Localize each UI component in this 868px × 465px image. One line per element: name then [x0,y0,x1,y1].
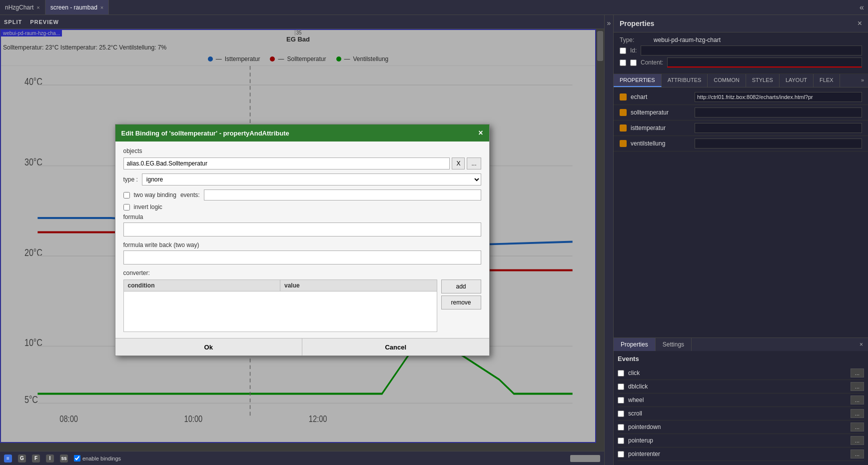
event-scroll-label: scroll [628,410,847,417]
event-dblclick-label: dblclick [628,383,847,390]
type-meta-value: webui-pd-raum-hzg-chart [654,36,721,44]
event-click[interactable]: click ... [618,366,864,380]
id-input[interactable] [641,46,862,56]
right-panel-close[interactable]: × [858,19,862,28]
tab-hzgchart-label: nHzgChart [5,4,33,11]
preview-button[interactable]: PREVIEW [30,19,59,25]
events-label: events: [180,192,200,198]
tab-common[interactable]: COMMON [708,74,746,87]
converter-add-btn[interactable]: add [441,280,481,294]
event-pointerenter[interactable]: pointerenter ... [618,448,864,461]
event-pointerenter-checkbox[interactable] [618,451,624,458]
id-checkbox[interactable] [620,48,626,54]
dialog-close-btn[interactable]: × [478,128,483,138]
prop-color-solltemperatur [620,109,627,116]
tab-raumbad-close[interactable]: × [100,4,103,10]
tab-raumbad[interactable]: screen - raumbad × [45,0,109,14]
event-pointerenter-label: pointerenter [628,450,847,458]
tab-hzgchart[interactable]: nHzgChart × [0,0,45,14]
status-icon-i[interactable]: I [46,454,54,462]
status-icon-blue[interactable]: ≡ [4,454,12,462]
objects-input[interactable] [123,158,450,170]
prop-value-echart[interactable] [695,92,862,102]
props-list: echart solltemperatur isttemperatur vent… [614,88,868,338]
invert-logic-checkbox[interactable] [123,204,130,210]
event-dblclick-btn[interactable]: ... [851,382,864,391]
prop-name-echart: echart [631,94,691,100]
tab-layout[interactable]: LAYOUT [780,74,814,87]
prop-item-echart[interactable]: echart [614,90,868,105]
event-pointerup-btn[interactable]: ... [851,436,864,445]
bottom-tab-settings[interactable]: Settings [656,338,692,351]
event-scroll-btn[interactable]: ... [851,409,864,418]
prop-item-solltemperatur[interactable]: solltemperatur [614,105,868,120]
split-button[interactable]: SPLIT [4,19,22,25]
enable-bindings-label: enable bindings [82,456,121,462]
two-way-label: two way binding [134,192,176,198]
events-title: Events [618,355,864,362]
objects-dots-btn[interactable]: ... [467,158,481,170]
status-icon-ss[interactable]: ss [60,454,68,462]
content-checkbox1[interactable] [620,60,626,66]
event-click-btn[interactable]: ... [851,368,864,378]
converter-col-value: value [280,280,437,291]
event-dblclick[interactable]: dblclick ... [618,380,864,394]
type-meta-label: Type: [620,36,650,44]
tab-strip-collapse[interactable]: « [856,0,868,15]
events-input[interactable] [204,190,481,200]
tab-properties[interactable]: PROPERTIES [614,74,662,87]
event-scroll-checkbox[interactable] [618,410,624,417]
enable-bindings-row[interactable]: enable bindings [74,455,121,462]
ok-button[interactable]: Ok [115,338,303,356]
prop-item-isttemperatur[interactable]: isttemperatur [614,120,868,136]
props-tabs-overflow[interactable]: » [857,74,868,87]
event-wheel-checkbox[interactable] [618,397,624,404]
prop-name-ventilstellung: ventilstellung [631,140,691,147]
event-pointerup-checkbox[interactable] [618,438,624,444]
converter-remove-btn[interactable]: remove [441,296,481,310]
status-icon-f[interactable]: F [32,454,40,462]
converter-col-condition: condition [124,280,281,291]
event-click-label: click [628,370,847,376]
formula-label: formula [123,214,481,220]
tab-styles[interactable]: STYLES [746,74,780,87]
dialog-title: Edit Binding of 'solltemperatur' - prope… [121,130,289,137]
edit-binding-dialog: Edit Binding of 'solltemperatur' - prope… [115,124,490,356]
content-meta-label: Content: [620,59,663,66]
prop-value-solltemperatur[interactable] [695,108,862,118]
status-progress [570,455,600,462]
prop-item-ventilstellung[interactable]: ventilstellung [614,136,868,152]
dialog-header: Edit Binding of 'solltemperatur' - prope… [115,124,489,142]
right-panel-collapse[interactable]: » [604,15,613,465]
prop-value-isttemperatur[interactable] [695,123,862,133]
event-pointerdown-btn[interactable]: ... [851,422,864,432]
two-way-checkbox[interactable] [123,192,130,198]
bottom-panel-close[interactable]: × [855,338,868,351]
prop-color-ventilstellung [620,140,627,147]
event-wheel[interactable]: wheel ... [618,394,864,407]
event-click-checkbox[interactable] [618,370,624,376]
event-wheel-label: wheel [628,396,847,404]
formula-write-back-input[interactable] [123,250,481,264]
tab-flex[interactable]: FLEX [814,74,840,87]
tab-hzgchart-close[interactable]: × [36,4,39,10]
status-icon-g[interactable]: G [18,454,26,462]
type-select[interactable]: ignore [142,174,481,186]
formula-input[interactable] [123,222,481,236]
event-pointerdown-checkbox[interactable] [618,424,624,430]
content-input[interactable] [667,58,862,68]
prop-value-ventilstellung[interactable] [695,138,862,148]
event-dblclick-checkbox[interactable] [618,384,624,390]
event-scroll[interactable]: scroll ... [618,407,864,420]
bottom-tab-properties[interactable]: Properties [614,338,656,351]
event-wheel-btn[interactable]: ... [851,396,864,404]
enable-bindings-checkbox[interactable] [74,455,80,462]
objects-x-btn[interactable]: X [452,158,465,170]
cancel-button[interactable]: Cancel [302,338,489,356]
event-pointerup[interactable]: pointerup ... [618,434,864,448]
tab-attributes[interactable]: ATTRIBUTES [662,74,708,87]
event-pointerenter-btn[interactable]: ... [851,450,864,458]
event-pointerdown[interactable]: pointerdown ... [618,420,864,434]
tab-raumbad-label: screen - raumbad [50,4,97,11]
content-checkbox2[interactable] [630,60,637,66]
